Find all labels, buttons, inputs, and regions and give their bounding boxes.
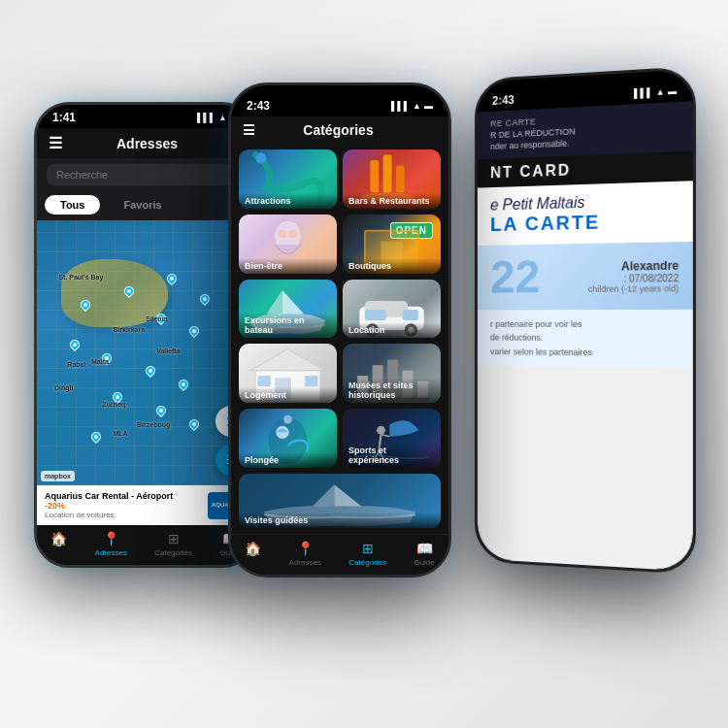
map-label-sliema: Sliema (146, 315, 168, 322)
cat-location[interactable]: Location (343, 280, 441, 339)
signal-bars-icon: ▌▌▌ (391, 101, 410, 111)
card-footer-section: r partenaire pour voir les de réductions… (478, 310, 693, 369)
mapbox-label: mapbox (45, 473, 71, 480)
cat-bars[interactable]: Bars & Restaurants (343, 149, 441, 209)
cat-logement[interactable]: Logement (239, 344, 337, 403)
page-title-center: Catégories (303, 122, 373, 138)
notch-left (107, 105, 184, 126)
card-details-right: Alexandre : 07/08/2022 children (-12 yea… (588, 258, 678, 293)
nav-guide-center[interactable]: 📖 Guide (414, 541, 434, 567)
map-label-birkirkara: Birkirkara (113, 326, 145, 333)
nav-adresses-center[interactable]: 📍 Adresses (289, 541, 321, 567)
cat-location-label: Location (343, 322, 441, 338)
nav-adresses-center-label: Adresses (289, 558, 321, 567)
card-footer-text: r partenaire pour voir les de réductions… (490, 317, 678, 360)
tab-favoris[interactable]: Favoris (108, 195, 177, 215)
card-main-title: NT CARD (490, 161, 571, 181)
cat-attractions-label: Attractions (239, 193, 337, 209)
home-icon: 🏠 (50, 531, 67, 546)
svg-rect-1 (370, 160, 379, 192)
cat-attractions[interactable]: Attractions (239, 149, 337, 209)
cat-header: ☰ Catégories (231, 116, 448, 144)
svg-point-30 (276, 426, 288, 439)
hamburger-center-icon[interactable]: ☰ (243, 122, 255, 138)
dynamic-island-right (549, 82, 616, 103)
signal-icon: ▌▌▌ (197, 113, 215, 122)
svg-marker-19 (250, 349, 325, 371)
wifi-right-icon: ▲ (656, 86, 665, 97)
map-grid-overlay (37, 220, 254, 485)
cat-bars-label: Bars & Restaurants (343, 193, 441, 209)
cat-bienetre[interactable]: Bien-être (239, 215, 337, 274)
nav-categories[interactable]: ⊞ Catégories (154, 531, 192, 557)
search-input[interactable] (47, 164, 245, 185)
svg-rect-16 (403, 310, 419, 320)
nav-home-center[interactable]: 🏠 (245, 541, 261, 567)
svg-rect-21 (258, 377, 271, 387)
location-center-icon: 📍 (297, 541, 314, 556)
card-number-section: 22 Alexandre : 07/08/2022 children (-12 … (478, 242, 693, 310)
map-label-zurrieq: Zurrieq (102, 401, 125, 408)
brand-italic: e Petit Maltais (490, 194, 584, 214)
cat-grid: Attractions Bars & Restaurants (231, 144, 448, 534)
book-center-icon: 📖 (416, 541, 433, 556)
cat-excursions-label: Excursions en bateau (239, 313, 337, 338)
svg-point-6 (279, 229, 287, 238)
phone-center: 2:43 ▌▌▌ ▲ ▬ ☰ Catégories (228, 83, 451, 578)
cat-plongee-label: Plongée (239, 452, 337, 468)
card-date: : 07/08/2022 (588, 272, 678, 283)
map-label-mla: MLA (113, 430, 127, 437)
tab-bar-top: Tous Favoris (37, 191, 254, 220)
phones-container: 1:41 ▌▌▌ ▲ ▬ ☰ Adresses ▽ Tous Favoris (15, 24, 713, 704)
card-preview[interactable]: Aquarius Car Rental - Aéroport -20% Loca… (37, 485, 254, 525)
location-icon: 📍 (103, 531, 119, 546)
cat-visites[interactable]: Visites guidées (239, 474, 441, 528)
card-subtitle: Location de voitures (45, 511, 202, 519)
svg-rect-2 (383, 155, 392, 193)
nav-adresses[interactable]: 📍 Adresses (95, 531, 127, 557)
svg-point-0 (255, 152, 266, 163)
nav-categories-label: Catégories (154, 548, 192, 557)
bottom-nav-left: 🏠 📍 Adresses ⊞ Catégories 📖 Guide (37, 525, 254, 565)
map-label-birzebbug: Birzebbug (137, 421, 170, 428)
mapbox-logo: mapbox (41, 471, 75, 481)
cat-sports[interactable]: Sports et expériences (343, 409, 441, 468)
card-preview-text: Aquarius Car Rental - Aéroport -20% Loca… (45, 491, 202, 519)
svg-rect-3 (396, 166, 405, 193)
battery-center-icon: ▬ (424, 101, 433, 111)
svg-rect-22 (305, 377, 317, 387)
hamburger-icon[interactable]: ☰ (49, 134, 62, 152)
cat-bienetre-label: Bien-être (239, 258, 337, 274)
home-center-icon: 🏠 (245, 541, 261, 556)
phone-left: 1:41 ▌▌▌ ▲ ▬ ☰ Adresses ▽ Tous Favoris (34, 102, 257, 568)
nav-header-left: ☰ Adresses ▽ (37, 128, 254, 158)
map-label-sthena: St. Paul's Bay (58, 274, 103, 281)
status-icons-right: ▌▌▌ ▲ ▬ (634, 86, 677, 99)
grid-center-icon: ⊞ (362, 541, 374, 556)
cat-plongee[interactable]: Plongée (239, 409, 337, 468)
wifi-icon: ▲ (218, 113, 227, 122)
map-area: Sliema Valletta Malta Birkirkara Rabat D… (37, 220, 254, 485)
nav-home[interactable]: 🏠 (50, 531, 67, 557)
cat-excursions[interactable]: Excursions en bateau (239, 280, 337, 339)
card-brand-section: e Petit Maltais LA CARTE (478, 181, 693, 246)
tab-tous[interactable]: Tous (45, 195, 100, 215)
nav-categories-center-label: Catégories (348, 558, 386, 567)
cat-musees[interactable]: Musées et sites historiques (343, 344, 441, 403)
svg-point-7 (289, 229, 298, 238)
nav-categories-center[interactable]: ⊞ Catégories (348, 541, 386, 567)
svg-point-32 (377, 426, 385, 435)
time-center: 2:43 (247, 99, 270, 113)
search-bar (37, 158, 254, 191)
card-type-label: children (-12 years old) (588, 283, 678, 294)
card-discount: -20% (45, 501, 202, 511)
map-label-malta: Malta (91, 358, 109, 365)
phone-right: 2:43 ▌▌▌ ▲ ▬ re carte R DE LA RÉDUCTION … (475, 66, 696, 575)
card-name: Aquarius Car Rental - Aéroport (45, 491, 202, 501)
card-type-text: LA CARTE (490, 209, 678, 236)
cat-boutiques-label: Boutiques (343, 258, 441, 274)
time-left: 1:41 (52, 111, 76, 124)
map-label-valletta: Valletta (156, 347, 181, 354)
battery-right-icon: ▬ (668, 86, 677, 97)
cat-boutiques[interactable]: OPEN Boutiques (343, 215, 441, 274)
